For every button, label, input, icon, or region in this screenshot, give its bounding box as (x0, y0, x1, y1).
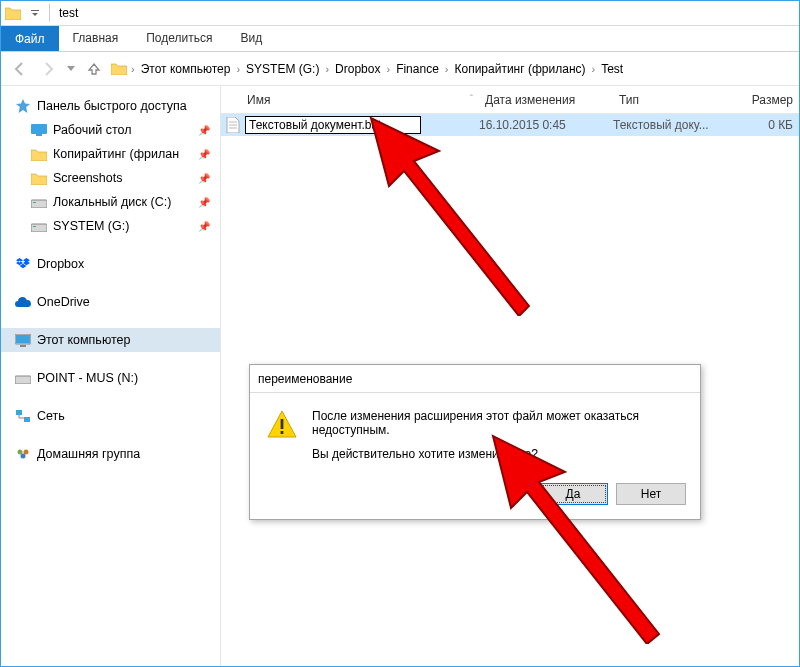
sidebar-item-label: Рабочий стол (53, 123, 131, 137)
no-button[interactable]: Нет (616, 483, 686, 505)
sidebar-item-label: Копирайтинг (фрилан (53, 147, 179, 161)
breadcrumb-bar[interactable]: › Этот компьютер › SYSTEM (G:) › Dropbox… (109, 57, 791, 81)
sort-indicator: ˆ (470, 94, 473, 105)
file-rename-input[interactable] (245, 116, 421, 134)
qat-dropdown[interactable] (27, 2, 43, 24)
chevron-icon[interactable]: › (129, 63, 137, 75)
svg-rect-11 (16, 410, 22, 415)
column-headers: Имя ˆ Дата изменения Тип Размер (221, 86, 799, 114)
desktop-icon (31, 122, 47, 138)
sidebar-screenshots[interactable]: Screenshots 📌 (1, 166, 220, 190)
crumb-copywriting[interactable]: Копирайтинг (фриланс) (453, 60, 588, 78)
sidebar-item-label: POINT - MUS (N:) (37, 371, 138, 385)
crumb-this-pc[interactable]: Этот компьютер (139, 60, 233, 78)
drive-icon (31, 194, 47, 210)
dialog-text: После изменения расширения этот файл мож… (312, 409, 682, 471)
tab-home[interactable]: Главная (59, 26, 133, 51)
chevron-icon[interactable]: › (323, 63, 331, 75)
text-file-icon (225, 117, 241, 133)
tab-view[interactable]: Вид (226, 26, 276, 51)
crumb-system-g[interactable]: SYSTEM (G:) (244, 60, 321, 78)
col-date[interactable]: Дата изменения (479, 86, 613, 113)
svg-point-15 (21, 454, 26, 459)
dialog-line1: После изменения расширения этот файл мож… (312, 409, 682, 437)
col-type[interactable]: Тип (613, 86, 735, 113)
sidebar-dropbox[interactable]: Dropbox (1, 252, 220, 276)
sidebar-local-disk-c[interactable]: Локальный диск (C:) 📌 (1, 190, 220, 214)
sidebar-copywriting[interactable]: Копирайтинг (фрилан 📌 (1, 142, 220, 166)
sidebar-item-label: Этот компьютер (37, 333, 130, 347)
tab-file[interactable]: Файл (1, 26, 59, 51)
svg-rect-9 (20, 345, 26, 347)
this-pc-icon (15, 332, 31, 348)
network-icon (15, 408, 31, 424)
sidebar-desktop[interactable]: Рабочий стол 📌 (1, 118, 220, 142)
crumb-finance[interactable]: Finance (394, 60, 441, 78)
pin-icon: 📌 (198, 173, 210, 184)
warning-icon (266, 409, 298, 471)
window-title: test (56, 6, 78, 20)
svg-rect-3 (31, 200, 47, 208)
dialog-line2: Вы действительно хотите изменить его? (312, 447, 682, 461)
sidebar-item-label: OneDrive (37, 295, 90, 309)
sidebar-point-mus[interactable]: POINT - MUS (N:) (1, 366, 220, 390)
sidebar-item-label: Dropbox (37, 257, 84, 271)
folder-icon (111, 61, 127, 77)
col-size[interactable]: Размер (735, 86, 799, 113)
svg-point-14 (24, 450, 29, 455)
col-name[interactable]: Имя ˆ (221, 86, 479, 113)
folder-icon (31, 146, 47, 162)
sidebar-system-g[interactable]: SYSTEM (G:) 📌 (1, 214, 220, 238)
chevron-icon[interactable]: › (384, 63, 392, 75)
chevron-icon[interactable]: › (443, 63, 451, 75)
sidebar-item-label: Сеть (37, 409, 65, 423)
pin-icon: 📌 (198, 197, 210, 208)
svg-rect-17 (281, 431, 284, 434)
drive-icon (15, 370, 31, 386)
sidebar-item-label: Домашняя группа (37, 447, 140, 461)
titlebar: test (1, 1, 799, 26)
rename-dialog: переименование После изменения расширени… (249, 364, 701, 520)
sidebar-homegroup[interactable]: Домашняя группа (1, 442, 220, 466)
pin-icon: 📌 (198, 125, 210, 136)
svg-rect-2 (36, 134, 42, 136)
navigation-pane: Панель быстрого доступа Рабочий стол 📌 К… (1, 86, 221, 666)
file-type: Текстовый доку... (613, 118, 735, 132)
svg-rect-8 (16, 335, 30, 343)
app-icon (1, 2, 25, 24)
crumb-test[interactable]: Test (599, 60, 625, 78)
svg-rect-1 (31, 124, 47, 134)
yes-button[interactable]: Да (538, 483, 608, 505)
back-button[interactable] (7, 56, 33, 82)
svg-rect-6 (33, 226, 36, 227)
file-row[interactable]: 16.10.2015 0:45 Текстовый доку... 0 КБ (221, 114, 799, 136)
col-label: Размер (752, 93, 793, 107)
tab-share[interactable]: Поделиться (132, 26, 226, 51)
up-button[interactable] (81, 56, 107, 82)
sidebar-onedrive[interactable]: OneDrive (1, 290, 220, 314)
sidebar-quick-access[interactable]: Панель быстрого доступа (1, 94, 220, 118)
svg-rect-5 (31, 224, 47, 232)
sidebar-this-pc[interactable]: Этот компьютер (1, 328, 220, 352)
star-icon (15, 98, 31, 114)
file-size: 0 КБ (735, 118, 799, 132)
pin-icon: 📌 (198, 149, 210, 160)
svg-rect-16 (281, 419, 284, 429)
folder-icon (31, 170, 47, 186)
col-label: Дата изменения (485, 93, 575, 107)
recent-dropdown[interactable] (63, 56, 79, 82)
col-label: Имя (247, 93, 270, 107)
sidebar-item-label: Локальный диск (C:) (53, 195, 171, 209)
drive-icon (31, 218, 47, 234)
col-label: Тип (619, 93, 639, 107)
svg-rect-0 (31, 10, 39, 11)
dropbox-icon (15, 256, 31, 272)
sidebar-network[interactable]: Сеть (1, 404, 220, 428)
sidebar-item-label: Screenshots (53, 171, 122, 185)
crumb-dropbox[interactable]: Dropbox (333, 60, 382, 78)
svg-rect-10 (15, 376, 31, 384)
forward-button[interactable] (35, 56, 61, 82)
chevron-icon[interactable]: › (590, 63, 598, 75)
onedrive-icon (15, 294, 31, 310)
chevron-icon[interactable]: › (234, 63, 242, 75)
